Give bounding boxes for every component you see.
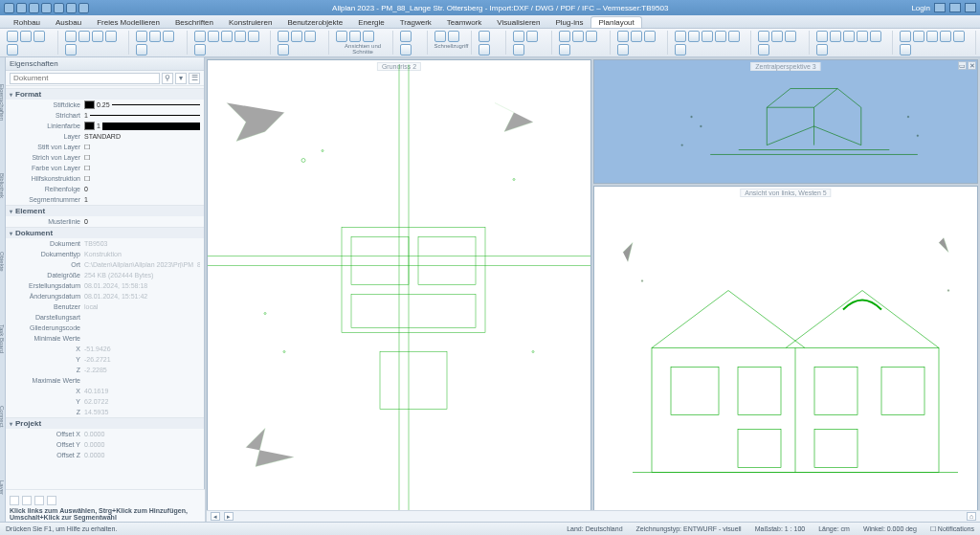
ribbon-button[interactable] — [675, 44, 686, 56]
view-elevation[interactable]: Ansicht von links, Westen 5 — [593, 186, 978, 520]
view-perspective[interactable]: Zentralperspektive 3 ▭✕ — [593, 59, 978, 184]
section-projekt[interactable]: Projekt — [6, 418, 204, 429]
ribbon-button[interactable] — [900, 44, 911, 56]
tab-ausbau[interactable]: Ausbau — [48, 16, 89, 28]
ribbon-button[interactable] — [940, 31, 951, 42]
ribbon-button[interactable] — [349, 31, 361, 42]
ribbon-button[interactable] — [771, 31, 783, 42]
filter-menu-icon[interactable]: ☰ — [189, 73, 200, 84]
status-laenge[interactable]: Länge: cm — [818, 525, 850, 532]
status-massstab[interactable]: Maßstab: 1 : 100 — [755, 525, 806, 532]
ribbon-button[interactable] — [644, 31, 656, 42]
filter-funnel-icon[interactable]: ▾ — [175, 73, 187, 84]
checkbox-hilfskonstruktion[interactable]: ☐ — [84, 175, 200, 183]
ribbon-button[interactable] — [479, 31, 490, 42]
section-element[interactable]: Element — [6, 206, 204, 216]
ribbon-button[interactable] — [149, 31, 161, 42]
ribbon-button[interactable] — [559, 31, 570, 42]
ribbon-button[interactable] — [586, 31, 597, 42]
maximize-button[interactable] — [949, 3, 961, 12]
value-strichart[interactable]: 1 — [84, 112, 88, 119]
filter-pin-icon[interactable]: ⚲ — [162, 73, 173, 84]
tab-planlayout[interactable]: Planlayout — [590, 16, 641, 28]
ribbon-button[interactable] — [33, 31, 45, 42]
ribbon-button[interactable] — [479, 44, 490, 56]
close-button[interactable] — [965, 3, 976, 12]
panel-search-input[interactable] — [10, 73, 160, 84]
ribbon-button[interactable] — [7, 31, 18, 42]
ribbon-button[interactable] — [248, 31, 259, 42]
status-winkel[interactable]: Winkel: 0.000 deg — [863, 525, 917, 532]
view-grundriss[interactable]: Grundriss 2 — [207, 59, 591, 520]
ribbon-button[interactable] — [304, 31, 316, 42]
ribbon-button[interactable] — [715, 31, 726, 42]
value-musterlinie[interactable]: 0 — [84, 218, 200, 225]
tab-konstruieren[interactable]: Konstruieren — [221, 16, 279, 28]
ribbon-button[interactable] — [163, 31, 174, 42]
footer-icon[interactable] — [22, 496, 32, 505]
ribbon-button[interactable] — [816, 31, 828, 42]
color-swatch[interactable] — [84, 122, 95, 130]
footer-icon[interactable] — [47, 496, 56, 505]
qat-button[interactable] — [54, 3, 64, 13]
pen-swatch[interactable] — [84, 100, 95, 109]
ribbon-button[interactable] — [513, 44, 524, 56]
minimize-button[interactable] — [934, 3, 946, 12]
ribbon-button[interactable] — [513, 31, 524, 42]
ribbon-button[interactable] — [758, 31, 769, 42]
qat-button[interactable] — [41, 3, 52, 13]
tab-tragwerk[interactable]: Tragwerk — [392, 16, 439, 28]
ribbon-button[interactable] — [136, 44, 147, 56]
ribbon-button[interactable] — [857, 31, 868, 42]
ribbon-button[interactable] — [900, 31, 911, 42]
ribbon-button[interactable] — [785, 31, 796, 42]
ribbon-button[interactable] — [870, 31, 881, 42]
tab-visualisieren[interactable]: Visualisieren — [489, 16, 547, 28]
footer-icon[interactable] — [10, 496, 19, 505]
tab-freies-modellieren[interactable]: Freies Modellieren — [89, 16, 167, 28]
value-stiftdicke[interactable]: 0.25 — [97, 101, 110, 108]
ribbon-button[interactable] — [400, 44, 412, 56]
footer-icon[interactable] — [34, 496, 44, 505]
tab-beschriften[interactable]: Beschriften — [167, 16, 221, 28]
ribbon-button[interactable] — [208, 31, 219, 42]
qat-button[interactable] — [29, 3, 39, 13]
ribbon-button[interactable] — [843, 31, 855, 42]
tab-benutzerobjekte[interactable]: Benutzerobjekte — [279, 16, 350, 28]
ribbon-button[interactable] — [291, 31, 302, 42]
ribbon-button[interactable] — [194, 31, 206, 42]
ribbon-button[interactable] — [617, 31, 629, 42]
ribbon-button[interactable] — [278, 31, 289, 42]
tab-teamwork[interactable]: Teamwork — [439, 16, 489, 28]
ribbon-button[interactable] — [92, 31, 103, 42]
ribbon-button[interactable] — [816, 44, 828, 56]
ribbon-button[interactable] — [400, 31, 412, 42]
tab-plugins[interactable]: Plug-ins — [548, 16, 591, 28]
ribbon-button[interactable] — [702, 31, 713, 42]
qat-button[interactable] — [66, 3, 77, 13]
ribbon-button[interactable] — [728, 31, 740, 42]
ribbon-button[interactable] — [194, 44, 206, 56]
ribbon-button[interactable] — [434, 31, 446, 42]
qat-button[interactable] — [16, 3, 27, 13]
value-reihenfolge[interactable]: 0 — [84, 186, 200, 192]
value-segmentnummer[interactable]: 1 — [84, 196, 200, 203]
ribbon-button[interactable] — [526, 31, 538, 42]
ribbon-button[interactable] — [913, 31, 924, 42]
login-link[interactable]: Login — [911, 4, 930, 12]
status-zeichnungstyp[interactable]: Zeichnungstyp: ENTWURF - visuell — [636, 525, 742, 532]
checkbox-farbe-von-layer[interactable]: ☐ — [84, 165, 200, 172]
ribbon-button[interactable] — [278, 44, 289, 56]
ribbon-button[interactable] — [221, 31, 233, 42]
qat-button[interactable] — [78, 3, 89, 13]
ribbon-button[interactable] — [336, 31, 347, 42]
section-dokument[interactable]: Dokument — [6, 228, 204, 238]
value-linienfarbe[interactable]: 1 — [97, 123, 100, 129]
ribbon-button[interactable] — [448, 31, 459, 42]
ribbon-button[interactable] — [758, 44, 769, 56]
ribbon-button[interactable] — [675, 31, 686, 42]
ribbon-button[interactable] — [65, 44, 77, 56]
ribbon-button[interactable] — [20, 31, 32, 42]
ribbon-button[interactable] — [363, 31, 374, 42]
section-format[interactable]: Format — [6, 89, 204, 100]
